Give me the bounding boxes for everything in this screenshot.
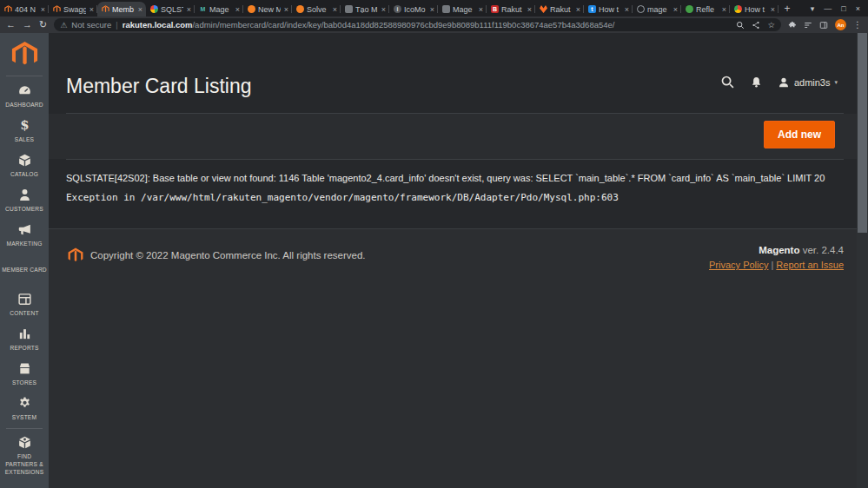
sidebar-item-system[interactable]: SYSTEM bbox=[0, 392, 49, 426]
browser-tab[interactable]: Refle× bbox=[681, 2, 730, 16]
browser-tab[interactable]: Mage× bbox=[438, 2, 487, 16]
footer-left: Copyright © 2022 Magento Commerce Inc. A… bbox=[68, 247, 366, 263]
footer-links: Privacy Policy|Report an Issue bbox=[709, 260, 844, 270]
sidebar-item-label: SALES bbox=[15, 135, 34, 143]
browser-tab[interactable]: SQLST× bbox=[146, 2, 195, 16]
add-new-button[interactable]: Add new bbox=[764, 121, 835, 148]
sidebar-item-label: STORES bbox=[12, 379, 36, 386]
tab-title: How t bbox=[745, 5, 767, 14]
scrollbar-thumb[interactable] bbox=[858, 33, 867, 233]
sidebar-item-reports[interactable]: REPORTS bbox=[0, 322, 49, 357]
bookmark-star-icon[interactable]: ☆ bbox=[767, 20, 775, 30]
tab-close-icon[interactable]: × bbox=[624, 5, 630, 14]
divider bbox=[66, 159, 844, 160]
kebab-menu-icon[interactable]: ⋮ bbox=[853, 20, 862, 30]
browser-tab[interactable]: 404 N× bbox=[0, 2, 49, 16]
side-panel-icon[interactable] bbox=[819, 21, 828, 30]
privacy-policy-link[interactable]: Privacy Policy bbox=[709, 260, 768, 270]
tab-close-icon[interactable]: × bbox=[575, 5, 581, 14]
tab-close-icon[interactable]: × bbox=[527, 5, 533, 14]
content-icon bbox=[17, 292, 32, 307]
sidebar-item-dashboard[interactable]: DASHBOARD bbox=[0, 79, 49, 114]
tab-close-icon[interactable]: × bbox=[429, 5, 435, 14]
stackexchange-favicon-icon bbox=[248, 5, 255, 13]
omnibox-icons: ☆ bbox=[736, 20, 775, 30]
main-content: Member Card Listing admin3s ▾ Add new SQ… bbox=[49, 33, 857, 488]
url-text: rakuten.local.com/admin/membercard/card/… bbox=[123, 20, 732, 30]
sidebar-item-find-partners[interactable]: FIND PARTNERS & EXTENSIONS bbox=[0, 432, 49, 480]
chevron-down-icon: ▾ bbox=[834, 79, 838, 86]
sidebar-item-marketing[interactable]: MARKETING bbox=[0, 218, 49, 253]
tab-title: Swagg bbox=[63, 5, 86, 14]
security-label: Not secure bbox=[71, 20, 111, 30]
footer-right: Magento ver. 2.4.4 Privacy Policy|Report… bbox=[709, 245, 844, 270]
page-scrollbar[interactable] bbox=[857, 33, 868, 488]
not-secure-warning-icon[interactable]: ⚠ bbox=[60, 21, 67, 30]
browser-tab[interactable]: New M× bbox=[243, 2, 292, 16]
find-partners-icon bbox=[17, 435, 32, 450]
sidebar-item-customers[interactable]: CUSTOMERS bbox=[0, 183, 49, 218]
sidebar-item-member-card[interactable]: MEMBER CARD bbox=[0, 253, 49, 287]
browser-tab[interactable]: Tạo M× bbox=[341, 2, 389, 16]
tab-title: Refle bbox=[696, 5, 719, 14]
zoom-icon[interactable] bbox=[736, 21, 745, 30]
tab-close-icon[interactable]: × bbox=[673, 5, 679, 14]
tab-title: Solve bbox=[307, 5, 329, 14]
browser-tab[interactable]: Rakut× bbox=[535, 2, 584, 16]
new-tab-button[interactable]: + bbox=[779, 3, 796, 15]
browser-tab-strip: 404 N×Swagg×Memb×SQLST×MMage×New M×Solve… bbox=[0, 0, 868, 16]
browser-tab[interactable]: MMage× bbox=[195, 2, 243, 16]
extensions-icon[interactable] bbox=[788, 21, 797, 30]
tab-close-icon[interactable]: × bbox=[381, 5, 387, 14]
magento-logo[interactable] bbox=[11, 41, 38, 68]
grey-doc-favicon-icon bbox=[345, 5, 353, 13]
tab-title: How t bbox=[599, 5, 621, 14]
reload-icon[interactable]: ↻ bbox=[39, 20, 47, 30]
minimize-icon[interactable]: — bbox=[824, 4, 832, 13]
browser-tab[interactable]: How t× bbox=[730, 2, 779, 16]
admin-sidebar: DASHBOARD$SALESCATALOGCUSTOMERSMARKETING… bbox=[0, 33, 49, 488]
browser-tab[interactable]: mage× bbox=[633, 2, 681, 16]
browser-tab[interactable]: Swagg× bbox=[49, 2, 97, 16]
notifications-bell-icon[interactable] bbox=[750, 76, 763, 89]
browser-tab[interactable]: tHow t× bbox=[584, 2, 633, 16]
reading-list-icon[interactable] bbox=[804, 21, 812, 30]
sidebar-item-sales[interactable]: $SALES bbox=[0, 114, 49, 148]
search-icon[interactable] bbox=[720, 75, 735, 89]
version-label: Magento bbox=[759, 245, 799, 255]
tab-close-icon[interactable]: × bbox=[137, 5, 143, 14]
stackexchange-favicon-icon bbox=[296, 5, 304, 13]
username: admin3s bbox=[794, 77, 831, 88]
user-menu[interactable]: admin3s ▾ bbox=[778, 76, 838, 89]
tab-close-icon[interactable]: × bbox=[770, 5, 776, 14]
address-bar[interactable]: ⚠ Not secure | rakuten.local.com/admin/m… bbox=[54, 18, 781, 31]
tab-close-icon[interactable]: × bbox=[186, 5, 192, 14]
browser-tab[interactable]: iIcoMo× bbox=[389, 2, 438, 16]
close-window-icon[interactable]: × bbox=[856, 4, 860, 13]
tab-close-icon[interactable]: × bbox=[283, 5, 289, 14]
forward-icon[interactable]: → bbox=[23, 20, 32, 30]
tab-close-icon[interactable]: × bbox=[332, 5, 338, 14]
report-issue-link[interactable]: Report an Issue bbox=[776, 260, 844, 270]
profile-avatar[interactable]: An bbox=[835, 19, 846, 30]
browser-tab[interactable]: BRakut× bbox=[487, 2, 535, 16]
tab-close-icon[interactable]: × bbox=[721, 5, 727, 14]
url-divider: | bbox=[116, 20, 117, 30]
sidebar-item-catalog[interactable]: CATALOG bbox=[0, 148, 49, 183]
browser-tab[interactable]: Solve× bbox=[292, 2, 341, 16]
tab-close-icon[interactable]: × bbox=[89, 5, 95, 14]
sales-icon: $ bbox=[17, 118, 32, 133]
tab-close-icon[interactable]: × bbox=[235, 5, 241, 14]
sidebar-item-stores[interactable]: STORES bbox=[0, 357, 49, 392]
sidebar-item-label: MARKETING bbox=[7, 240, 43, 247]
share-icon[interactable] bbox=[752, 21, 760, 30]
tab-close-icon[interactable]: × bbox=[40, 5, 46, 14]
browser-tab[interactable]: Memb× bbox=[97, 2, 146, 16]
tab-close-icon[interactable]: × bbox=[478, 5, 484, 14]
maximize-icon[interactable]: □ bbox=[841, 4, 845, 13]
url-domain: rakuten.local.com bbox=[123, 20, 193, 30]
sidebar-divider bbox=[6, 76, 43, 76]
sidebar-item-content[interactable]: CONTENT bbox=[0, 287, 49, 322]
back-icon[interactable]: ← bbox=[6, 20, 16, 30]
tab-search-caret-icon[interactable]: ▾ bbox=[811, 4, 815, 13]
